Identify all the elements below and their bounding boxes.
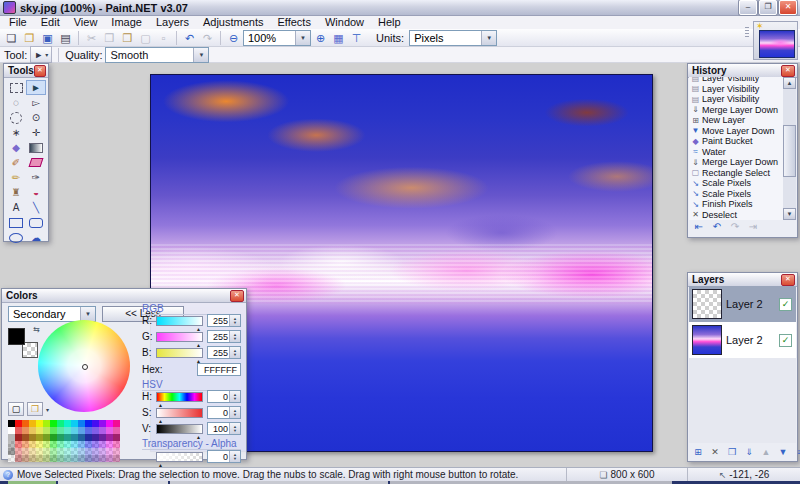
- green-value-input[interactable]: 255▲▼: [207, 330, 241, 343]
- menu-window[interactable]: Window: [318, 16, 371, 29]
- move-layer-down-button[interactable]: ▼: [776, 446, 790, 459]
- spinner-arrows-icon[interactable]: ▲▼: [229, 331, 240, 342]
- palette-swatch[interactable]: [64, 448, 71, 455]
- palette-swatch[interactable]: [43, 448, 50, 455]
- palette-swatch[interactable]: [50, 441, 57, 448]
- green-slider[interactable]: ▲: [156, 332, 203, 342]
- zoom-out-icon[interactable]: ⊖: [225, 30, 242, 46]
- tool-freeform-shape[interactable]: ☁: [26, 230, 46, 245]
- palette-swatch[interactable]: [85, 434, 92, 441]
- spinner-arrows-icon[interactable]: ▲▼: [229, 451, 240, 462]
- palette-swatch[interactable]: [57, 448, 64, 455]
- menu-image[interactable]: Image: [104, 16, 149, 29]
- tool-move-selected-pixels[interactable]: ►: [26, 80, 46, 95]
- palette-swatch[interactable]: [29, 441, 36, 448]
- history-panel-titlebar[interactable]: History ✕: [688, 64, 797, 78]
- palette-swatch[interactable]: [36, 420, 43, 427]
- history-item[interactable]: ⊞New Layer: [689, 115, 783, 126]
- undo-button[interactable]: ↶: [709, 220, 725, 233]
- palette-swatch[interactable]: [92, 448, 99, 455]
- tools-panel-titlebar[interactable]: Tools ✕: [4, 64, 48, 78]
- tool-lasso-select[interactable]: ◌: [6, 95, 26, 110]
- menu-adjustments[interactable]: Adjustments: [196, 16, 271, 29]
- palette-swatch[interactable]: [71, 441, 78, 448]
- palette-swatch[interactable]: [113, 420, 120, 427]
- palette-swatch[interactable]: [57, 434, 64, 441]
- value-slider[interactable]: ▲: [156, 424, 203, 434]
- history-item[interactable]: ↘Finish Pixels: [689, 199, 783, 210]
- value-value-input[interactable]: 100▲▼: [207, 422, 241, 435]
- palette-swatch[interactable]: [64, 455, 71, 462]
- palette-swatch[interactable]: [15, 455, 22, 462]
- palette-swatch[interactable]: [106, 455, 113, 462]
- palette-swatch[interactable]: [50, 455, 57, 462]
- tool-zoom[interactable]: ⊙: [26, 110, 46, 125]
- palette-swatch[interactable]: [8, 427, 15, 434]
- palette-swatch[interactable]: [78, 427, 85, 434]
- palette-swatch[interactable]: [106, 434, 113, 441]
- palette-swatch[interactable]: [8, 434, 15, 441]
- palette-swatch[interactable]: [36, 448, 43, 455]
- tool-gradient[interactable]: [26, 140, 46, 155]
- palette-swatch[interactable]: [92, 427, 99, 434]
- scrollbar-thumb[interactable]: [783, 125, 796, 177]
- white-swatch-button[interactable]: ▢: [8, 402, 24, 416]
- history-item[interactable]: ↘Scale Pixels: [689, 178, 783, 189]
- palette-swatch[interactable]: [15, 441, 22, 448]
- palette-swatch[interactable]: [29, 420, 36, 427]
- tool-recolor[interactable]: ◒: [26, 185, 46, 200]
- palette-swatch[interactable]: [71, 434, 78, 441]
- print-icon[interactable]: ▤: [57, 30, 74, 46]
- palette-swatch[interactable]: [57, 455, 64, 462]
- palette-swatch[interactable]: [22, 427, 29, 434]
- alpha-slider[interactable]: ▲: [156, 452, 203, 462]
- spinner-arrows-icon[interactable]: ▲▼: [229, 423, 240, 434]
- spinner-arrows-icon[interactable]: ▲▼: [229, 391, 240, 402]
- palette-swatch[interactable]: [99, 434, 106, 441]
- palette-swatch[interactable]: [85, 427, 92, 434]
- hex-input[interactable]: FFFFFF: [197, 363, 241, 376]
- palette-swatch[interactable]: [43, 434, 50, 441]
- palette-swatch[interactable]: [22, 434, 29, 441]
- quality-select[interactable]: Smooth ▼: [105, 47, 209, 63]
- menu-edit[interactable]: Edit: [34, 16, 67, 29]
- red-value-input[interactable]: 255▲▼: [207, 314, 241, 327]
- tool-paint-bucket[interactable]: ◆: [6, 140, 26, 155]
- new-document-icon[interactable]: ❏: [3, 30, 20, 46]
- palette-swatch[interactable]: [71, 448, 78, 455]
- palette-swatch[interactable]: [78, 420, 85, 427]
- palette-swatch[interactable]: [50, 448, 57, 455]
- palette-swatch[interactable]: [64, 420, 71, 427]
- save-icon[interactable]: ▣: [39, 30, 56, 46]
- colors-panel-titlebar[interactable]: Colors ✕: [2, 289, 246, 303]
- history-item[interactable]: ◆Paint Bucket: [689, 136, 783, 147]
- history-item[interactable]: ⇓Merge Layer Down: [689, 105, 783, 116]
- palette-swatch[interactable]: [92, 455, 99, 462]
- ruler-icon[interactable]: ⊤: [348, 30, 365, 46]
- palette-swatch[interactable]: [113, 434, 120, 441]
- palette-swatch[interactable]: [43, 427, 50, 434]
- palette-swatch[interactable]: [36, 441, 43, 448]
- tool-line-curve[interactable]: ╲: [26, 200, 46, 215]
- history-item[interactable]: ▢Rectangle Select: [689, 168, 783, 179]
- scroll-up-icon[interactable]: ▲: [783, 77, 796, 89]
- duplicate-layer-button[interactable]: ❒: [725, 446, 739, 459]
- palette-swatch[interactable]: [64, 434, 71, 441]
- palette-swatch[interactable]: [50, 427, 57, 434]
- undo-icon[interactable]: ↶: [181, 30, 198, 46]
- menu-file[interactable]: File: [2, 16, 34, 29]
- palette-swatch[interactable]: [8, 420, 15, 427]
- palette-swatch[interactable]: [36, 427, 43, 434]
- palette-swatch[interactable]: [64, 427, 71, 434]
- layer-row[interactable]: Layer 2✓: [689, 286, 796, 322]
- palette-swatch[interactable]: [78, 448, 85, 455]
- hue-value-input[interactable]: 0▲▼: [207, 390, 241, 403]
- layer-visibility-checkbox[interactable]: ✓: [779, 334, 792, 347]
- layer-properties-button[interactable]: ≡: [793, 446, 800, 459]
- menu-layers[interactable]: Layers: [149, 16, 196, 29]
- palette-swatch[interactable]: [71, 420, 78, 427]
- palette-swatch[interactable]: [15, 448, 22, 455]
- palette-swatch[interactable]: [22, 448, 29, 455]
- palette-swatch[interactable]: [71, 427, 78, 434]
- delete-layer-button[interactable]: ✕: [708, 446, 722, 459]
